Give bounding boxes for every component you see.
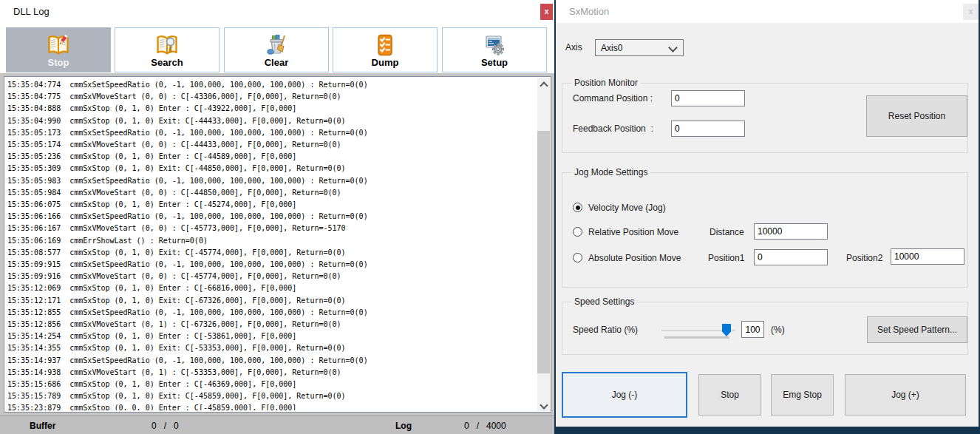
log-line: 15:35:05:983 cmmSxSetSpeedRatio (0, -1, … bbox=[7, 175, 536, 187]
distance-input[interactable] bbox=[754, 223, 828, 240]
feedback-position-label: Feedback Position : bbox=[573, 123, 653, 134]
trash-broom-icon bbox=[264, 33, 289, 57]
feedback-position-field[interactable] bbox=[671, 121, 745, 137]
radio-velocity-move[interactable]: Velocity Move (Jog) bbox=[562, 203, 769, 214]
command-position-field[interactable] bbox=[671, 90, 745, 106]
log-line: 15:35:12:171 cmmSxStop (0, 1, 0) Exit: C… bbox=[7, 295, 536, 307]
sxmotion-titlebar: SxMotion x bbox=[556, 0, 979, 23]
set-speed-pattern-button[interactable]: Set Speed Pattern... bbox=[867, 316, 967, 343]
log-line: 15:35:06:167 cmmSxVMoveStart (0, 0) : C[… bbox=[7, 223, 536, 234]
log-line: 15:35:14:938 cmmSxVMoveStart (0, 1) : C[… bbox=[7, 367, 536, 379]
toolbar-button-setup[interactable]: Setup bbox=[442, 27, 547, 72]
stop-button[interactable]: Stop bbox=[698, 374, 761, 416]
position2-label: Position2 bbox=[846, 253, 882, 263]
log-line: 15:35:23:879 cmmSxStop (0, 0, 0) Enter :… bbox=[7, 402, 536, 410]
radio-icon[interactable] bbox=[573, 227, 582, 237]
log-line: 15:35:05:174 cmmSxVMoveStart (0, 0) : C[… bbox=[7, 139, 536, 151]
toolbar-button-stop[interactable]: Stop bbox=[6, 27, 111, 72]
log-line: 15:35:06:075 cmmSxStop (0, 1, 0) Enter :… bbox=[7, 199, 536, 211]
jog-minus-button[interactable]: Jog (-) bbox=[562, 372, 687, 418]
position-monitor-group: Position Monitor Command Position : Feed… bbox=[562, 83, 968, 153]
position1-label: Position1 bbox=[708, 253, 744, 263]
speed-settings-title: Speed Settings bbox=[571, 296, 637, 307]
radio-label: Absolute Position Move bbox=[588, 253, 681, 263]
jog-plus-button[interactable]: Jog (+) bbox=[845, 374, 966, 416]
log-frame: 15:35:04:774 cmmSxSetSpeedRatio (0, -1, … bbox=[0, 73, 554, 416]
axis-select-value: Axis0 bbox=[601, 43, 622, 53]
position2-input[interactable] bbox=[891, 248, 964, 265]
toolbar-button-label: Dump bbox=[333, 57, 437, 68]
log-line: 15:35:09:915 cmmSxSetSpeedRatio (0, -1, … bbox=[7, 259, 536, 271]
radio-icon[interactable] bbox=[573, 203, 582, 212]
log-scrollbar[interactable] bbox=[537, 78, 550, 411]
jog-mode-settings-group: Jog Mode Settings Velocity Move (Jog) Re… bbox=[562, 172, 968, 288]
book-pencil-icon bbox=[46, 33, 71, 57]
slider-lower-track bbox=[664, 336, 729, 339]
log-line: 15:35:04:888 cmmSxStop (0, 1, 0) Enter :… bbox=[7, 103, 536, 115]
scroll-down-icon[interactable] bbox=[537, 399, 550, 411]
scrollbar-thumb[interactable] bbox=[537, 131, 550, 373]
log-line: 15:35:14:254 cmmSxStop (0, 1, 0) Enter :… bbox=[7, 330, 536, 342]
emg-stop-button[interactable]: Emg Stop bbox=[771, 374, 834, 416]
log-line: 15:35:04:990 cmmSxStop (0, 1, 0) Exit: C… bbox=[7, 115, 536, 127]
radio-label: Relative Position Move bbox=[588, 227, 678, 237]
position1-input[interactable] bbox=[754, 249, 828, 265]
sxmotion-window-title: SxMotion bbox=[569, 6, 609, 17]
log-line: 15:35:04:775 cmmSxVMoveStart (0, 0) : C[… bbox=[7, 91, 536, 103]
toolbar-button-label: Search bbox=[115, 57, 219, 68]
book-magnifier-icon bbox=[154, 33, 180, 57]
log-line: 15:35:12:855 cmmSxSetSpeedRatio (0, -1, … bbox=[7, 307, 536, 319]
distance-label: Distance bbox=[710, 227, 744, 237]
log-count-value: 0 / 4000 bbox=[464, 421, 506, 431]
scroll-up-icon[interactable] bbox=[537, 78, 550, 90]
dll-log-close-button[interactable]: x bbox=[540, 4, 553, 20]
log-line: 15:35:15:686 cmmSxStop (0, 1, 0) Enter :… bbox=[7, 379, 536, 390]
log-line: 15:35:14:355 cmmSxStop (0, 1, 0) Exit: C… bbox=[7, 342, 536, 354]
log-line: 15:35:12:069 cmmSxStop (0, 1, 0) Enter :… bbox=[7, 282, 536, 294]
log-line: 15:35:15:789 cmmSxStop (0, 1, 0) Exit: C… bbox=[7, 390, 536, 402]
toolbar-button-label: Setup bbox=[443, 57, 546, 68]
chevron-down-icon bbox=[668, 43, 678, 52]
jog-mode-settings-title: Jog Mode Settings bbox=[571, 167, 650, 177]
dll-log-window-title: DLL Log bbox=[13, 6, 50, 17]
log-line: 15:35:06:166 cmmSxSetSpeedRatio (0, -1, … bbox=[7, 211, 536, 223]
command-position-label: Command Position : bbox=[573, 93, 653, 104]
position-monitor-title: Position Monitor bbox=[571, 78, 641, 88]
toolbar-button-dump[interactable]: Dump bbox=[333, 27, 438, 72]
buffer-label: Buffer bbox=[30, 421, 55, 431]
status-bar: Buffer 0 / 0 Log 0 / 4000 bbox=[0, 416, 554, 434]
log-line: 15:35:04:774 cmmSxSetSpeedRatio (0, -1, … bbox=[7, 79, 536, 91]
log-line: 15:35:05:236 cmmSxStop (0, 1, 0) Enter :… bbox=[7, 151, 536, 163]
window-gear-icon bbox=[482, 33, 507, 57]
log-lines: 15:35:04:774 cmmSxSetSpeedRatio (0, -1, … bbox=[7, 79, 536, 410]
log-line: 15:35:05:309 cmmSxStop (0, 1, 0) Exit: C… bbox=[7, 163, 536, 174]
log-line: 15:35:05:173 cmmSxSetSpeedRatio (0, -1, … bbox=[7, 127, 536, 139]
reset-position-button[interactable]: Reset Position bbox=[866, 95, 967, 137]
toolbar-button-clear[interactable]: Clear bbox=[224, 27, 329, 72]
axis-label: Axis bbox=[565, 42, 582, 52]
sxmotion-close-button[interactable]: x bbox=[963, 4, 979, 20]
log-line: 15:35:12:856 cmmSxVMoveStart (0, 1) : C[… bbox=[7, 319, 536, 330]
axis-select[interactable]: Axis0 bbox=[595, 39, 684, 56]
log-view[interactable]: 15:35:04:774 cmmSxSetSpeedRatio (0, -1, … bbox=[4, 76, 551, 413]
log-line: 15:35:08:577 cmmSxStop (0, 1, 0) Exit: C… bbox=[7, 247, 536, 259]
dll-log-window: DLL Log x bbox=[0, 0, 554, 434]
toolbar-button-label: Clear bbox=[225, 57, 328, 68]
sxmotion-window: SxMotion x Axis Axis0 Position Monitor C… bbox=[554, 0, 980, 434]
slider-thumb[interactable] bbox=[722, 324, 731, 336]
log-count-label: Log bbox=[395, 421, 412, 431]
dll-log-titlebar: DLL Log x bbox=[0, 0, 554, 23]
toolbar-button-search[interactable]: Search bbox=[115, 27, 220, 72]
speed-ratio-slider[interactable] bbox=[661, 324, 735, 339]
speed-ratio-label: Speed Ratio (%) bbox=[573, 325, 638, 335]
speed-settings-group: Speed Settings Speed Ratio (%) (%) Set S… bbox=[562, 302, 968, 355]
screen: DLL Log x bbox=[0, 0, 980, 434]
toolbar-button-label: Stop bbox=[7, 57, 110, 68]
buffer-value: 0 / 0 bbox=[152, 421, 179, 431]
speed-ratio-input[interactable] bbox=[741, 321, 764, 338]
checklist-icon bbox=[372, 33, 398, 57]
log-line: 15:35:14:937 cmmSxSetSpeedRatio (0, -1, … bbox=[7, 355, 536, 367]
radio-label: Velocity Move (Jog) bbox=[588, 203, 666, 213]
radio-icon[interactable] bbox=[573, 253, 582, 262]
log-line: 15:35:09:916 cmmSxVMoveStart (0, 0) : C[… bbox=[7, 271, 536, 282]
